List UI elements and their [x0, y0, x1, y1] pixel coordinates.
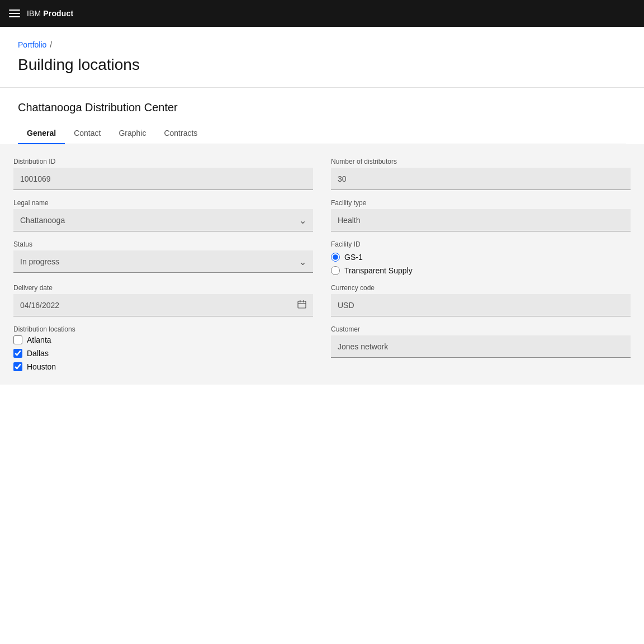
delivery-date-input[interactable]: [13, 294, 313, 316]
checkbox-label-atlanta: Atlanta: [27, 335, 51, 344]
legal-name-field: Legal name Chattanooga: [13, 199, 313, 231]
facility-id-radio-group: GS-1 Transparent Supply: [331, 250, 631, 275]
location-dallas[interactable]: Dallas: [13, 349, 313, 358]
facility-id-option-gs1[interactable]: GS-1: [331, 253, 631, 262]
tabs-container: General Contact Graphic Contracts: [18, 123, 626, 144]
currency-code-value: USD: [331, 294, 631, 316]
hamburger-icon[interactable]: [9, 8, 20, 19]
facility-type-field: Facility type Health: [331, 199, 631, 231]
currency-code-label: Currency code: [331, 284, 631, 292]
facility-id-option-transparent[interactable]: Transparent Supply: [331, 266, 631, 275]
distribution-id-input[interactable]: [13, 168, 313, 190]
facility-id-radio-gs1[interactable]: [331, 253, 340, 262]
status-field: Status In progress: [13, 240, 313, 275]
svg-rect-1: [9, 13, 20, 14]
num-distributors-input[interactable]: [331, 168, 631, 190]
facility-type-value: Health: [331, 209, 631, 231]
status-select-wrapper: In progress: [13, 250, 313, 273]
checkbox-label-houston: Houston: [27, 362, 56, 371]
location-houston[interactable]: Houston: [13, 362, 313, 371]
svg-rect-2: [9, 16, 20, 17]
breadcrumb: Portfolio /: [18, 40, 626, 49]
distribution-id-label: Distribution ID: [13, 158, 313, 165]
delivery-date-field: Delivery date: [13, 284, 313, 316]
checkbox-atlanta[interactable]: [13, 335, 22, 344]
topnav: IBM Product: [0, 0, 644, 27]
tab-contracts[interactable]: Contracts: [155, 123, 206, 144]
tab-graphic[interactable]: Graphic: [110, 123, 155, 144]
distribution-locations-field: Distribution locations Atlanta Dallas Ho…: [13, 325, 313, 371]
breadcrumb-separator: /: [50, 40, 52, 49]
main-container: Portfolio / Building locations Chattanoo…: [0, 27, 644, 644]
delivery-date-input-wrapper: [13, 294, 313, 316]
location-atlanta[interactable]: Atlanta: [13, 335, 313, 344]
facility-id-radio-transparent[interactable]: [331, 266, 340, 275]
legal-name-label: Legal name: [13, 199, 313, 207]
distribution-id-field: Distribution ID: [13, 158, 313, 190]
facility-id-label: Facility ID: [331, 240, 631, 248]
tab-general[interactable]: General: [18, 123, 65, 144]
legal-name-select[interactable]: Chattanooga: [13, 209, 313, 231]
num-distributors-label: Number of distributors: [331, 158, 631, 165]
checkbox-dallas[interactable]: [13, 349, 22, 358]
facility-id-label-gs1: GS-1: [344, 253, 363, 262]
brand-label: IBM Product: [27, 9, 73, 18]
svg-rect-0: [9, 10, 20, 11]
breadcrumb-link-portfolio[interactable]: Portfolio: [18, 40, 46, 49]
section-title: Chattanooga Distribution Center: [18, 101, 626, 114]
customer-value: Jones network: [331, 335, 631, 358]
facility-type-label: Facility type: [331, 199, 631, 207]
delivery-date-label: Delivery date: [13, 284, 313, 292]
status-select[interactable]: In progress: [13, 250, 313, 273]
distribution-locations-checkboxes: Atlanta Dallas Houston: [13, 335, 313, 371]
status-label: Status: [13, 240, 313, 248]
customer-label: Customer: [331, 325, 631, 333]
facility-id-field: Facility ID GS-1 Transparent Supply: [331, 240, 631, 275]
page-title: Building locations: [18, 56, 626, 74]
divider: [0, 87, 644, 88]
checkbox-label-dallas: Dallas: [27, 349, 49, 358]
legal-name-select-wrapper: Chattanooga: [13, 209, 313, 231]
customer-field: Customer Jones network: [331, 325, 631, 371]
facility-id-label-transparent: Transparent Supply: [344, 266, 413, 275]
checkbox-houston[interactable]: [13, 362, 22, 371]
form-grid: Distribution ID Number of distributors L…: [13, 158, 631, 371]
currency-code-field: Currency code USD: [331, 284, 631, 316]
distribution-locations-label: Distribution locations: [13, 325, 313, 333]
form-area: Distribution ID Number of distributors L…: [0, 144, 644, 385]
num-distributors-field: Number of distributors: [331, 158, 631, 190]
tab-contact[interactable]: Contact: [65, 123, 110, 144]
